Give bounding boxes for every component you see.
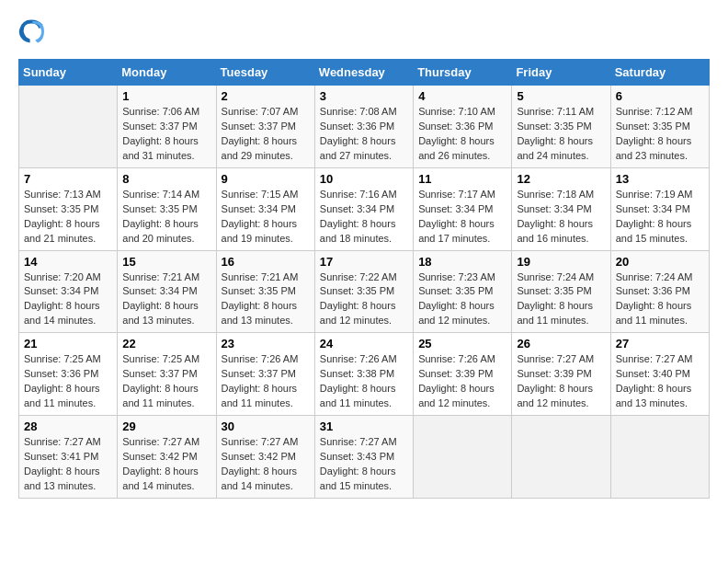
day-number: 30: [222, 419, 310, 433]
day-cell: 7Sunrise: 7:13 AMSunset: 3:35 PMDaylight…: [19, 167, 118, 250]
header-cell-monday: Monday: [118, 60, 216, 86]
day-cell: 26Sunrise: 7:27 AMSunset: 3:39 PMDayligh…: [512, 333, 610, 416]
day-cell: 3Sunrise: 7:08 AMSunset: 3:36 PMDaylight…: [314, 86, 413, 168]
header-row: SundayMondayTuesdayWednesdayThursdayFrid…: [19, 60, 710, 86]
day-number: 18: [418, 255, 506, 269]
day-number: 8: [122, 172, 210, 186]
day-cell: 4Sunrise: 7:10 AMSunset: 3:36 PMDaylight…: [414, 86, 512, 168]
week-row-2: 7Sunrise: 7:13 AMSunset: 3:35 PMDaylight…: [19, 167, 710, 250]
day-number: 3: [320, 89, 408, 103]
day-cell: 14Sunrise: 7:20 AMSunset: 3:34 PMDayligh…: [19, 250, 118, 333]
day-number: 17: [320, 255, 408, 269]
day-info: Sunrise: 7:27 AMSunset: 3:41 PMDaylight:…: [24, 435, 112, 494]
day-cell: [414, 416, 512, 499]
day-info: Sunrise: 7:26 AMSunset: 3:37 PMDaylight:…: [222, 352, 310, 411]
day-cell: 21Sunrise: 7:25 AMSunset: 3:36 PMDayligh…: [19, 333, 118, 416]
day-info: Sunrise: 7:10 AMSunset: 3:36 PMDaylight:…: [418, 105, 506, 164]
day-cell: 10Sunrise: 7:16 AMSunset: 3:34 PMDayligh…: [314, 167, 413, 250]
day-cell: 11Sunrise: 7:17 AMSunset: 3:34 PMDayligh…: [414, 167, 512, 250]
header-cell-thursday: Thursday: [414, 60, 512, 86]
day-cell: 8Sunrise: 7:14 AMSunset: 3:35 PMDaylight…: [118, 167, 216, 250]
day-number: 11: [418, 172, 506, 186]
day-number: 2: [222, 89, 310, 103]
day-info: Sunrise: 7:27 AMSunset: 3:42 PMDaylight:…: [122, 435, 210, 494]
calendar-table: SundayMondayTuesdayWednesdayThursdayFrid…: [18, 59, 710, 499]
day-cell: 15Sunrise: 7:21 AMSunset: 3:34 PMDayligh…: [118, 250, 216, 333]
day-info: Sunrise: 7:26 AMSunset: 3:38 PMDaylight:…: [320, 352, 408, 411]
day-info: Sunrise: 7:25 AMSunset: 3:36 PMDaylight:…: [24, 352, 112, 411]
day-number: 19: [517, 255, 605, 269]
day-info: Sunrise: 7:18 AMSunset: 3:34 PMDaylight:…: [517, 188, 605, 247]
day-cell: 22Sunrise: 7:25 AMSunset: 3:37 PMDayligh…: [118, 333, 216, 416]
day-cell: 28Sunrise: 7:27 AMSunset: 3:41 PMDayligh…: [19, 416, 118, 499]
day-info: Sunrise: 7:25 AMSunset: 3:37 PMDaylight:…: [122, 352, 210, 411]
day-info: Sunrise: 7:14 AMSunset: 3:35 PMDaylight:…: [122, 188, 210, 247]
day-number: 31: [320, 419, 408, 433]
page-header: [18, 18, 710, 44]
day-cell: 13Sunrise: 7:19 AMSunset: 3:34 PMDayligh…: [610, 167, 709, 250]
day-cell: 19Sunrise: 7:24 AMSunset: 3:35 PMDayligh…: [512, 250, 610, 333]
day-cell: 23Sunrise: 7:26 AMSunset: 3:37 PMDayligh…: [216, 333, 314, 416]
day-info: Sunrise: 7:27 AMSunset: 3:42 PMDaylight:…: [222, 435, 310, 494]
day-info: Sunrise: 7:21 AMSunset: 3:34 PMDaylight:…: [122, 270, 210, 329]
day-cell: 12Sunrise: 7:18 AMSunset: 3:34 PMDayligh…: [512, 167, 610, 250]
day-cell: 31Sunrise: 7:27 AMSunset: 3:43 PMDayligh…: [314, 416, 413, 499]
header-cell-friday: Friday: [512, 60, 610, 86]
day-number: 1: [122, 89, 210, 103]
day-cell: 24Sunrise: 7:26 AMSunset: 3:38 PMDayligh…: [314, 333, 413, 416]
week-row-3: 14Sunrise: 7:20 AMSunset: 3:34 PMDayligh…: [19, 250, 710, 333]
day-number: 25: [418, 337, 506, 350]
day-cell: 2Sunrise: 7:07 AMSunset: 3:37 PMDaylight…: [216, 86, 314, 168]
header-cell-saturday: Saturday: [610, 60, 709, 86]
logo-icon: [18, 18, 44, 44]
day-info: Sunrise: 7:17 AMSunset: 3:34 PMDaylight:…: [418, 188, 506, 247]
day-number: 6: [616, 89, 704, 103]
header-cell-tuesday: Tuesday: [216, 60, 314, 86]
day-info: Sunrise: 7:27 AMSunset: 3:40 PMDaylight:…: [616, 352, 704, 411]
day-info: Sunrise: 7:19 AMSunset: 3:34 PMDaylight:…: [616, 188, 704, 247]
day-cell: 17Sunrise: 7:22 AMSunset: 3:35 PMDayligh…: [314, 250, 413, 333]
day-info: Sunrise: 7:23 AMSunset: 3:35 PMDaylight:…: [418, 270, 506, 329]
day-number: 27: [616, 337, 704, 350]
logo: [18, 18, 48, 44]
day-cell: 20Sunrise: 7:24 AMSunset: 3:36 PMDayligh…: [610, 250, 709, 333]
day-info: Sunrise: 7:21 AMSunset: 3:35 PMDaylight:…: [222, 270, 310, 329]
day-cell: 27Sunrise: 7:27 AMSunset: 3:40 PMDayligh…: [610, 333, 709, 416]
day-cell: [19, 86, 118, 168]
day-number: 9: [222, 172, 310, 186]
day-number: 12: [517, 172, 605, 186]
day-cell: 6Sunrise: 7:12 AMSunset: 3:35 PMDaylight…: [610, 86, 709, 168]
day-cell: 9Sunrise: 7:15 AMSunset: 3:34 PMDaylight…: [216, 167, 314, 250]
day-cell: 18Sunrise: 7:23 AMSunset: 3:35 PMDayligh…: [414, 250, 512, 333]
day-cell: [610, 416, 709, 499]
day-number: 28: [24, 419, 112, 433]
day-number: 10: [320, 172, 408, 186]
day-number: 13: [616, 172, 704, 186]
day-cell: 5Sunrise: 7:11 AMSunset: 3:35 PMDaylight…: [512, 86, 610, 168]
day-number: 26: [517, 337, 605, 350]
day-number: 15: [122, 255, 210, 269]
week-row-1: 1Sunrise: 7:06 AMSunset: 3:37 PMDaylight…: [19, 86, 710, 168]
day-info: Sunrise: 7:15 AMSunset: 3:34 PMDaylight:…: [222, 188, 310, 247]
day-number: 20: [616, 255, 704, 269]
day-number: 29: [122, 419, 210, 433]
day-number: 14: [24, 255, 112, 269]
day-number: 21: [24, 337, 112, 350]
day-info: Sunrise: 7:08 AMSunset: 3:36 PMDaylight:…: [320, 105, 408, 164]
day-cell: 1Sunrise: 7:06 AMSunset: 3:37 PMDaylight…: [118, 86, 216, 168]
day-number: 5: [517, 89, 605, 103]
day-cell: 30Sunrise: 7:27 AMSunset: 3:42 PMDayligh…: [216, 416, 314, 499]
day-info: Sunrise: 7:24 AMSunset: 3:36 PMDaylight:…: [616, 270, 704, 329]
header-cell-wednesday: Wednesday: [314, 60, 413, 86]
day-info: Sunrise: 7:22 AMSunset: 3:35 PMDaylight:…: [320, 270, 408, 329]
week-row-5: 28Sunrise: 7:27 AMSunset: 3:41 PMDayligh…: [19, 416, 710, 499]
day-number: 24: [320, 337, 408, 350]
week-row-4: 21Sunrise: 7:25 AMSunset: 3:36 PMDayligh…: [19, 333, 710, 416]
day-info: Sunrise: 7:07 AMSunset: 3:37 PMDaylight:…: [222, 105, 310, 164]
day-cell: 16Sunrise: 7:21 AMSunset: 3:35 PMDayligh…: [216, 250, 314, 333]
day-info: Sunrise: 7:26 AMSunset: 3:39 PMDaylight:…: [418, 352, 506, 411]
day-number: 4: [418, 89, 506, 103]
day-info: Sunrise: 7:20 AMSunset: 3:34 PMDaylight:…: [24, 270, 112, 329]
day-info: Sunrise: 7:06 AMSunset: 3:37 PMDaylight:…: [122, 105, 210, 164]
day-cell: 25Sunrise: 7:26 AMSunset: 3:39 PMDayligh…: [414, 333, 512, 416]
